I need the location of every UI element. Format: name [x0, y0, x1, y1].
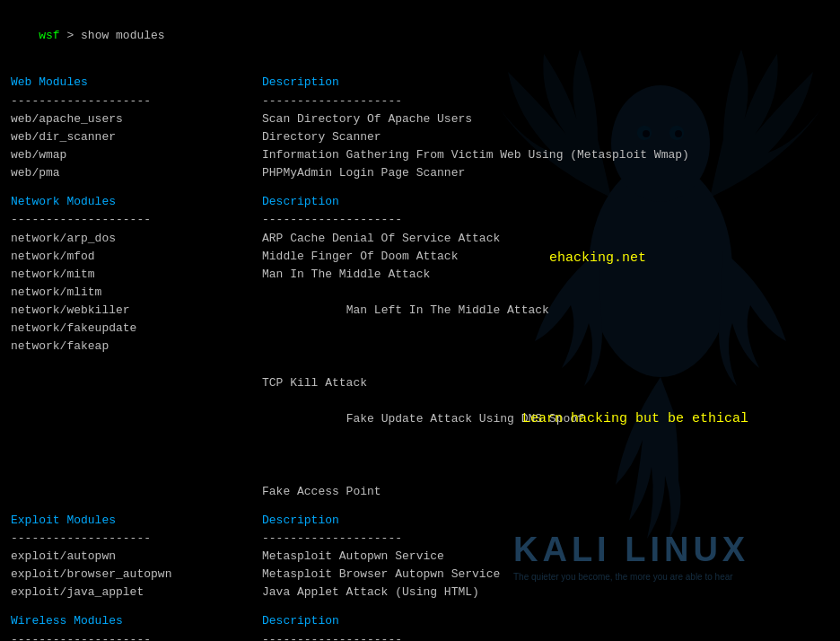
learn-hacking-label: Learn hacking but be ethical	[522, 408, 748, 429]
network-item-5-cmd: network/webkiller	[11, 302, 262, 320]
network-modules-header: Network Modules	[11, 193, 262, 211]
exploit-modules-divider: --------------------	[11, 530, 262, 548]
web-modules-section: Web Modules -------------------- web/apa…	[11, 74, 829, 182]
network-modules-section: Network Modules -------------------- net…	[11, 193, 829, 500]
wireless-desc-divider: --------------------	[262, 631, 829, 642]
network-item-6-desc-row: Fake Update Attack Using DNS Spoof Learn…	[262, 392, 829, 483]
prompt-wsf-1: wsf	[39, 29, 59, 42]
kali-subtitle: The quieter you become, the more you are…	[513, 572, 749, 582]
web-item-1-desc: Scan Directory Of Apache Users	[262, 110, 829, 128]
web-item-3-desc: Information Gathering From Victim Web Us…	[262, 146, 829, 164]
ehacking-label: ehacking.net	[549, 248, 646, 268]
wireless-modules-divider: --------------------	[11, 631, 262, 642]
wireless-desc-header: Description	[262, 612, 829, 630]
web-item-3-cmd: web/wmap	[11, 146, 262, 164]
network-item-3-desc: Man In The Middle Attack	[262, 266, 829, 284]
network-item-7-cmd: network/fakeap	[11, 338, 262, 356]
network-desc-header: Description	[262, 193, 829, 211]
network-modules-divider: --------------------	[11, 211, 262, 229]
exploit-modules-section: Exploit Modules -------------------- exp…	[11, 512, 829, 602]
initial-command: > show modules	[60, 29, 165, 42]
network-item-5-desc: TCP Kill Attack	[262, 374, 829, 392]
web-modules-header: Web Modules	[11, 74, 262, 92]
network-item-4-cmd: network/mlitm	[11, 284, 262, 302]
network-item-1-cmd: network/arp_dos	[11, 230, 262, 248]
kali-linux-watermark: KALI LINUX	[513, 531, 749, 569]
web-item-4-desc: PHPMyAdmin Login Page Scanner	[262, 164, 829, 182]
network-item-3-cmd: network/mitm	[11, 266, 262, 284]
exploit-modules-header: Exploit Modules	[11, 512, 262, 530]
exploit-item-2-cmd: exploit/browser_autopwn	[11, 566, 262, 584]
network-item-4-desc: Man Left In The Middle Attack	[346, 303, 549, 317]
web-item-2-cmd: web/dir_scanner	[11, 128, 262, 146]
web-modules-divider: --------------------	[11, 92, 262, 110]
network-item-4-desc-row: Man Left In The Middle Attack ehacking.n…	[262, 284, 829, 374]
network-item-2-desc: Middle Finger Of Doom Attack	[262, 248, 829, 266]
web-desc-divider: --------------------	[262, 92, 829, 110]
web-desc-header: Description	[262, 74, 829, 92]
terminal-window: wsf > show modules Web Modules ---------…	[0, 0, 840, 641]
initial-prompt-line: wsf > show modules	[11, 9, 829, 63]
wireless-modules-header: Wireless Modules	[11, 612, 262, 630]
web-item-1-cmd: web/apache_users	[11, 110, 262, 128]
network-item-7-desc: Fake Access Point	[262, 483, 829, 501]
web-item-2-desc: Directory Scanner	[262, 128, 829, 146]
exploit-desc-header: Description	[262, 512, 829, 530]
exploit-item-3-cmd: exploit/java_applet	[11, 584, 262, 601]
exploit-item-3-desc: Java Applet Attack (Using HTML)	[262, 584, 829, 601]
network-item-2-cmd: network/mfod	[11, 248, 262, 266]
network-item-1-desc: ARP Cache Denial Of Service Attack	[262, 230, 829, 248]
web-item-4-cmd: web/pma	[11, 164, 262, 182]
wireless-modules-section: Wireless Modules -------------------- wi…	[11, 612, 829, 641]
exploit-item-1-cmd: exploit/autopwn	[11, 548, 262, 566]
network-item-6-cmd: network/fakeupdate	[11, 320, 262, 338]
network-desc-divider: --------------------	[262, 211, 829, 229]
